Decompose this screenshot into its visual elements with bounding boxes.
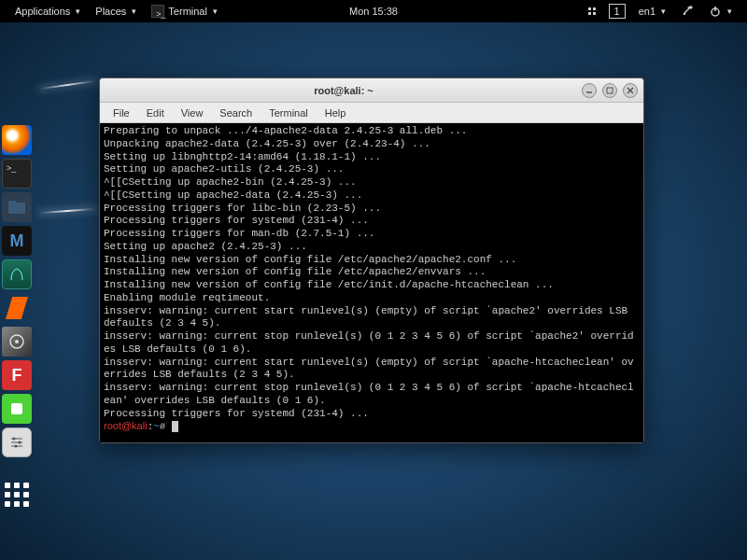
clock-label: Mon 15:38 xyxy=(349,6,398,17)
chevron-down-icon: ▾ xyxy=(76,7,80,16)
terminal-menubar: File Edit View Search Terminal Help xyxy=(100,103,643,123)
metasploit-icon[interactable]: M xyxy=(2,226,32,256)
window-titlebar[interactable]: root@kali: ~ xyxy=(100,78,643,103)
svg-rect-14 xyxy=(607,88,613,93)
svg-rect-6 xyxy=(11,403,22,414)
decorative-wisp xyxy=(37,79,98,90)
im-indicator[interactable] xyxy=(581,7,603,15)
menu-view[interactable]: View xyxy=(174,105,211,120)
svg-point-10 xyxy=(13,438,16,441)
svg-point-5 xyxy=(15,340,19,343)
places-label: Places xyxy=(95,6,126,17)
im-icon xyxy=(588,7,596,15)
maltego-icon[interactable] xyxy=(2,327,32,357)
power-menu[interactable]: ▾ xyxy=(701,5,740,18)
top-panel: Applications ▾ Places ▾ Terminal ▾ Mon 1… xyxy=(0,0,747,22)
maximize-button[interactable] xyxy=(602,83,617,98)
armitage-icon[interactable] xyxy=(2,259,32,289)
active-app-label: Terminal xyxy=(168,6,207,17)
clock[interactable]: Mon 15:38 xyxy=(342,6,405,17)
chevron-down-icon: ▾ xyxy=(661,7,666,16)
svg-point-12 xyxy=(15,445,18,448)
svg-point-11 xyxy=(19,441,21,444)
color-picker[interactable] xyxy=(673,5,701,18)
active-app-menu[interactable]: Terminal ▾ xyxy=(144,5,225,18)
keyboard-layout[interactable]: en1 ▾ xyxy=(631,6,673,17)
chevron-down-icon: ▾ xyxy=(727,7,732,16)
firefox-icon[interactable] xyxy=(2,125,32,155)
workspace-number: 1 xyxy=(614,6,620,17)
menu-search[interactable]: Search xyxy=(212,105,260,120)
applications-label: Applications xyxy=(15,6,70,17)
eyedropper-icon xyxy=(681,5,694,18)
dock: M F xyxy=(0,121,35,513)
leafpad-icon[interactable] xyxy=(2,394,32,424)
chevron-down-icon: ▾ xyxy=(213,7,218,16)
decorative-wisp xyxy=(37,208,98,215)
keyboard-layout-label: en1 xyxy=(639,6,655,17)
terminal-window: root@kali: ~ File Edit View Search Termi… xyxy=(99,77,644,443)
applications-menu[interactable]: Applications ▾ xyxy=(7,6,88,17)
close-button[interactable] xyxy=(623,83,638,98)
show-applications-icon[interactable] xyxy=(2,480,32,510)
files-icon[interactable] xyxy=(2,192,32,222)
burpsuite-icon[interactable] xyxy=(2,293,32,323)
menu-terminal[interactable]: Terminal xyxy=(261,105,316,120)
svg-rect-3 xyxy=(8,201,16,204)
places-menu[interactable]: Places ▾ xyxy=(88,6,144,17)
menu-edit[interactable]: Edit xyxy=(139,105,172,120)
power-icon xyxy=(709,5,722,18)
chevron-down-icon: ▾ xyxy=(132,7,136,16)
menu-help[interactable]: Help xyxy=(317,105,354,120)
faraday-icon[interactable]: F xyxy=(2,360,32,390)
window-title: root@kali: ~ xyxy=(106,85,582,96)
terminal-output[interactable]: Preparing to unpack .../4-apache2-data 2… xyxy=(100,123,643,442)
tweaks-icon[interactable] xyxy=(2,427,32,457)
terminal-launcher-icon[interactable] xyxy=(2,159,32,189)
workspace-indicator[interactable]: 1 xyxy=(609,4,626,19)
minimize-button[interactable] xyxy=(582,83,597,98)
menu-file[interactable]: File xyxy=(106,105,137,120)
terminal-icon xyxy=(151,5,164,18)
